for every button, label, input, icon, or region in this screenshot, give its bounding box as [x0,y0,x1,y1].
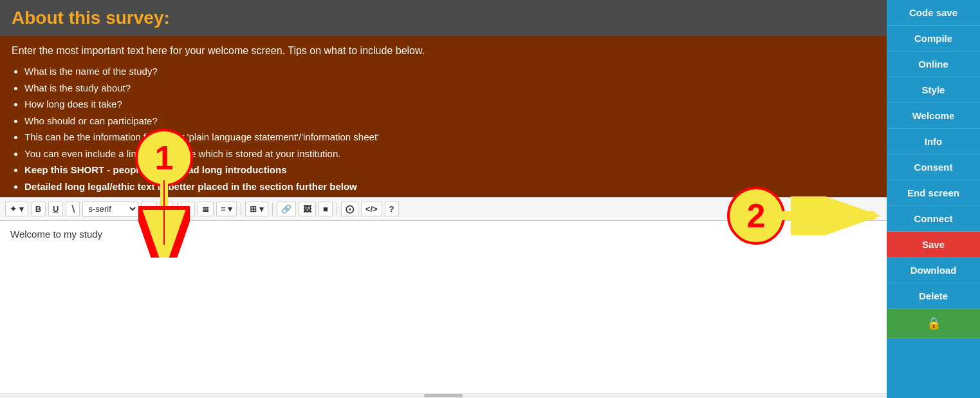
list-item: What is the study about? [24,80,875,97]
code-view-button[interactable]: </> [361,202,382,216]
sidebar-btn-code-save[interactable]: Code save [887,0,980,26]
separator-3 [272,203,273,216]
editor-scrollbar[interactable] [0,393,887,398]
image-button[interactable]: 🖼 [299,202,316,216]
list-item-bold: Keep this SHORT - people do not read lon… [24,162,875,178]
sidebar-btn-info[interactable]: Info [887,129,980,155]
color-button[interactable]: A [141,202,156,217]
list-item: What is the name of the study? [24,63,875,80]
separator-1 [177,203,178,216]
sidebar-btn-compile[interactable]: Compile [887,26,980,52]
editor-body[interactable]: Welcome to my study [0,221,887,393]
sidebar-btn-style[interactable]: Style [887,77,980,103]
header-bar: About this survey: [0,0,887,36]
list-item: Who should or can participate? [24,113,875,129]
underline-button[interactable]: U [48,202,63,216]
unordered-list-button[interactable]: ≡ [181,202,196,216]
help-button[interactable]: ? [385,202,399,216]
toolbar: ✦ ▾ B U ∖ s-serif sans-serif serif A ▾ ≡… [0,198,887,221]
sidebar-btn-save[interactable]: Save [887,232,980,258]
strikethrough-button[interactable]: ∖ [66,202,80,216]
sidebar-btn-connect[interactable]: Connect [887,206,980,232]
separator-2 [241,203,241,216]
sidebar-btn-online[interactable]: Online [887,52,980,77]
separator-4 [337,203,337,216]
page-title: About this survey: [12,8,875,28]
color-dropdown-button[interactable]: ▾ [160,202,173,216]
sidebar-btn-welcome[interactable]: Welcome [887,103,980,129]
sidebar-btn-delete[interactable]: Delete [887,283,980,309]
main-content: About this survey: Enter the most import… [0,0,887,398]
list-item: How long does it take? [24,96,875,113]
magic-button[interactable]: ✦ ▾ [5,202,28,216]
media-button[interactable]: ■ [319,202,333,216]
ordered-list-button[interactable]: ≣ [198,202,214,216]
fullscreen-button[interactable]: ⨀ [341,202,358,216]
list-item: You can even include a link to a logo fi… [24,146,875,162]
list-item: This can be the information from your 'p… [24,129,875,146]
table-button[interactable]: ⊞ ▾ [245,202,268,216]
list-item-bold: Detailed long legal/ethic text is better… [24,178,875,195]
editor-content: Welcome to my study [10,229,102,240]
sidebar-btn-consent[interactable]: Consent [887,155,980,180]
align-button[interactable]: ≡ ▾ [216,202,237,216]
sidebar-btn-download[interactable]: Download [887,258,980,283]
link-button[interactable]: 🔗 [277,202,296,216]
bold-button[interactable]: B [31,202,46,216]
scrollbar-thumb [424,394,463,397]
editor-area: ✦ ▾ B U ∖ s-serif sans-serif serif A ▾ ≡… [0,197,887,398]
intro-text: Enter the most important text here for y… [0,36,887,61]
sidebar-btn-lock[interactable]: 🔒 [887,309,980,338]
sidebar: Code save Compile Online Style Welcome I… [887,0,980,398]
font-select[interactable]: s-serif sans-serif serif [82,201,138,217]
bullet-list: What is the name of the study? What is t… [0,61,887,197]
sidebar-btn-end-screen[interactable]: End screen [887,180,980,206]
